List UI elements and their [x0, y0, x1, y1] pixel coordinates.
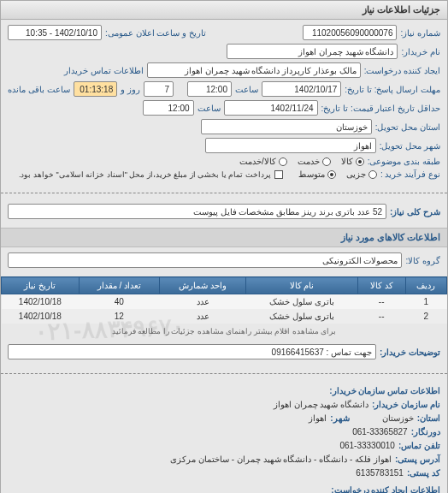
radio-goods-label: کالا — [341, 157, 353, 166]
remaining-time-field: 01:13:18 — [74, 81, 118, 97]
buyer-contact-link[interactable]: اطلاعات تماس خریدار — [64, 66, 144, 75]
org-name-value: دانشگاه شهید چمران اهواز — [274, 398, 368, 412]
cell-code: -- — [357, 309, 405, 324]
th-date: تاریخ نیاز — [2, 277, 80, 294]
validity-label: حداقل تاریخ اعتبار قیمت: تا تاریخ: — [321, 104, 440, 113]
radio-goods[interactable]: کالا — [341, 157, 364, 166]
subject-group-label: طبقه بندی موضوعی: — [368, 157, 440, 166]
contact-state-label: استان: — [417, 412, 440, 425]
contact-state-value: خوزستان — [382, 412, 414, 425]
radio-service[interactable]: خدمت — [298, 157, 331, 166]
req-number-field: 11020056090000076 — [303, 25, 397, 40]
radio-icon — [322, 157, 331, 166]
radio-service-label: خدمت — [298, 157, 320, 166]
remaining-days-label: روز و — [121, 85, 140, 94]
buyer-notes-field: جهت تماس : 09166415637 — [8, 344, 376, 359]
cell-qty: 12 — [79, 309, 159, 324]
cell-qty: 40 — [79, 294, 159, 310]
buyer-notes-label: توضیحات خریدار: — [380, 347, 440, 357]
cell-name: باتری سلول خشک — [246, 294, 358, 310]
radio-partial-label: جزیی — [346, 169, 366, 179]
contact-city-label: شهر: — [330, 412, 349, 425]
radio-partial[interactable]: جزیی — [346, 169, 377, 179]
cell-unit: عدد — [159, 309, 245, 324]
remaining-suffix: ساعت باقی مانده — [8, 85, 70, 94]
items-section-header: اطلاعات کالاهای مورد نیاز — [1, 228, 447, 247]
th-name: نام کالا — [246, 277, 358, 294]
contact-city-value: اهواز — [309, 412, 327, 425]
radio-icon — [356, 157, 364, 166]
cell-code: -- — [357, 294, 405, 310]
cell-unit: عدد — [159, 294, 245, 310]
table-row: 2 -- باتری سلول خشک عدد 12 1402/10/18 — [2, 309, 447, 324]
fax-value: 061-33365827 — [352, 425, 408, 439]
creator-section-title: اطلاعات ایجاد کننده درخواست: — [8, 484, 440, 493]
radio-icon — [327, 170, 336, 179]
city-field: اهواز — [205, 138, 376, 153]
radio-medium[interactable]: متوسط — [298, 169, 336, 179]
time-label-1: ساعت — [235, 85, 258, 94]
th-code: کد کالا — [357, 277, 405, 294]
postal-label: کد پستی: — [407, 466, 440, 480]
time-label-2: ساعت — [197, 104, 221, 113]
th-qty: تعداد / مقدار — [79, 277, 159, 294]
buy-process-label: نوع فرآیند خرید : — [380, 169, 440, 179]
need-title-label: شرح کلی نیاز: — [390, 207, 440, 217]
phone-value: 061-33330010 — [339, 439, 395, 453]
buyer-name-label: نام خریدار: — [401, 47, 440, 56]
creator-label: ایجاد کننده درخواست: — [364, 66, 440, 75]
cell-idx: 2 — [405, 309, 446, 324]
response-deadline-label: مهلت ارسال پاسخ: تا تاریخ: — [345, 85, 440, 94]
cell-date: 1402/10/18 — [2, 309, 80, 324]
response-date-field: 1402/10/17 — [262, 81, 341, 97]
radio-icon — [279, 157, 287, 166]
radio-goods-service[interactable]: کالا/خدمت — [239, 157, 287, 166]
fax-label: دورنگار: — [411, 425, 440, 439]
treasury-checkbox[interactable] — [274, 170, 283, 179]
need-title-field: 52 عدد باتری برند رینز مطابق مشخصات فایل… — [8, 204, 386, 219]
response-time-field: 12:00 — [187, 81, 232, 97]
cell-date: 1402/10/18 — [2, 294, 80, 310]
creator-field: مالک بوعذار کارپرداز دانشگاه شهید چمران … — [147, 62, 361, 78]
buyer-name-field: دانشگاه شهید چمران اهواز — [227, 44, 398, 59]
contact-section-title: اطلاعات تماس سازمان خریدار: — [8, 384, 440, 398]
radio-goods-service-label: کالا/خدمت — [239, 157, 276, 166]
group-label: گروه کالا: — [405, 256, 440, 265]
validity-time-field: 12:00 — [143, 100, 194, 116]
postal-value: 6135783151 — [356, 466, 404, 480]
remaining-days-field: 7 — [144, 81, 174, 97]
panel-header: جزئیات اطلاعات نیاز — [1, 1, 447, 20]
table-row: 1 -- باتری سلول خشک عدد 40 1402/10/18 — [2, 294, 447, 310]
announce-field: 1402/10/10 - 10:35 — [8, 25, 102, 40]
state-field: خوزستان — [201, 119, 372, 134]
th-unit: واحد شمارش — [159, 277, 245, 294]
group-field: محصولات الکترونیکی — [8, 252, 402, 268]
th-idx: ردیف — [405, 277, 446, 294]
org-name-label: نام سازمان خریدار: — [372, 398, 440, 412]
address-value: اهواز فلکه - دانشگاه - دانشگاه شهید چمرا… — [170, 453, 392, 466]
cell-idx: 1 — [405, 294, 446, 310]
state-label: استان محل تحویل: — [375, 122, 440, 132]
phone-label: تلفن تماس: — [398, 439, 440, 453]
payment-note: پرداخت تمام یا بخشی از مبلغ خرید،از محل … — [19, 170, 271, 179]
cell-name: باتری سلول خشک — [246, 309, 358, 324]
city-label: شهر محل تحویل: — [380, 141, 440, 151]
validity-date-field: 1402/11/24 — [224, 100, 318, 116]
items-table: ردیف کد کالا نام کالا واحد شمارش تعداد /… — [1, 276, 447, 324]
announce-label: تاریخ و ساعت اعلان عمومی: — [105, 28, 206, 38]
req-number-label: شماره نیاز: — [400, 28, 440, 38]
more-items-note: برای مشاهده اقلام بیشتر راهنمای مشاهده ج… — [112, 327, 337, 336]
radio-icon — [368, 170, 377, 179]
address-label: آدرس پستی: — [395, 453, 440, 466]
radio-medium-label: متوسط — [298, 169, 325, 179]
